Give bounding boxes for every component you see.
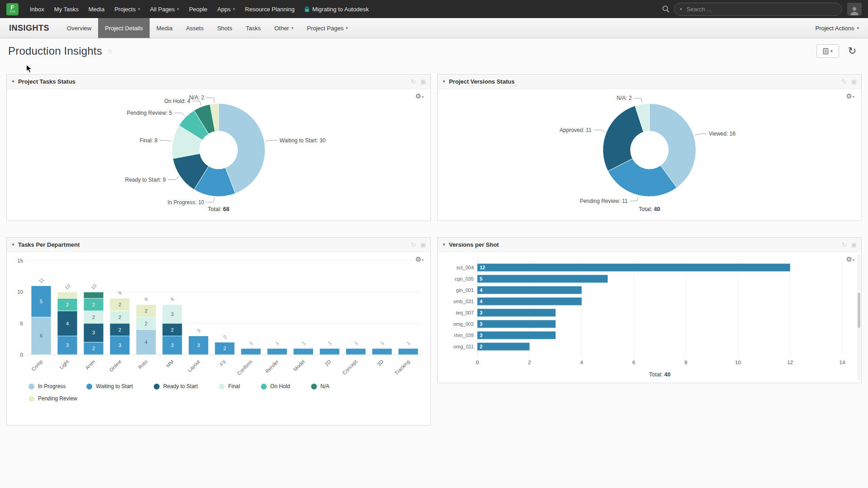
favorite-star-icon[interactable]: ☆ xyxy=(107,47,113,56)
category-label: Conform xyxy=(236,359,253,376)
slice-callout-line xyxy=(168,177,179,180)
tabs: OverviewProject DetailsMediaAssetsShotsT… xyxy=(60,18,354,38)
panel-widget-icon[interactable]: ▣ xyxy=(420,78,426,85)
panel-refresh-icon[interactable]: ↻ xyxy=(842,241,847,248)
topnav-items: InboxMy TasksMediaProjects▾All Pages▾Peo… xyxy=(25,0,300,18)
bar-segment-pending-review[interactable] xyxy=(57,292,77,298)
bar-omg-011[interactable] xyxy=(477,343,529,351)
collapse-triangle-icon[interactable]: ▼ xyxy=(442,243,446,247)
chart-settings-gear[interactable]: ⚙ ▾ xyxy=(846,255,854,263)
bar-omg-002[interactable] xyxy=(477,320,556,328)
tab-tasks[interactable]: Tasks xyxy=(239,18,268,38)
nav-item-resource-planning[interactable]: Resource Planning xyxy=(240,0,300,18)
nav-item-projects[interactable]: Projects▾ xyxy=(109,0,145,18)
segment-value-label: 2 xyxy=(171,327,174,333)
tab-label: Project Details xyxy=(105,25,143,32)
legend-item-ready-to-start[interactable]: Ready to Start xyxy=(154,383,198,389)
legend-color-chip xyxy=(219,384,225,389)
migrating-to-autodesk-link[interactable]: Migrating to Autodesk xyxy=(304,6,369,13)
right-column: ▼ Project Versions Status ↻ ▣ ⚙ ▾ Viewed… xyxy=(437,74,862,426)
tab-project-pages[interactable]: Project Pages▾ xyxy=(300,18,354,38)
search-input[interactable] xyxy=(686,5,836,13)
bar-segment-waiting-to-start[interactable] xyxy=(398,348,418,355)
nav-item-media[interactable]: Media xyxy=(84,0,109,18)
migrating-label: Migrating to Autodesk xyxy=(312,6,369,13)
panel-widget-icon[interactable]: ▣ xyxy=(420,241,426,248)
tab-shots[interactable]: Shots xyxy=(210,18,239,38)
tab-project-details[interactable]: Project Details xyxy=(98,18,150,38)
chart-legend: In ProgressWaiting to StartReady to Star… xyxy=(28,383,390,402)
panel-project-versions-status: ▼ Project Versions Status ↻ ▣ ⚙ ▾ Viewed… xyxy=(437,74,862,221)
project-actions-button[interactable]: Project Actions ▾ xyxy=(815,25,859,32)
panel-refresh-icon[interactable]: ↻ xyxy=(411,78,416,85)
bar-gin-001[interactable] xyxy=(477,286,582,294)
project-name[interactable]: INSIGHTS xyxy=(5,23,54,33)
collapse-triangle-icon[interactable]: ▼ xyxy=(11,80,15,84)
tab-other[interactable]: Other▾ xyxy=(268,18,300,38)
document-icon xyxy=(823,48,829,55)
chart-settings-gear[interactable]: ⚙ ▾ xyxy=(415,92,424,100)
search-scope-chevron-icon[interactable]: ▾ xyxy=(680,7,682,11)
chevron-down-icon: ▾ xyxy=(422,258,424,262)
nav-item-people[interactable]: People xyxy=(184,0,212,18)
panel-widget-icon[interactable]: ▣ xyxy=(851,78,857,85)
bar-sct-004[interactable] xyxy=(477,264,790,272)
panel-refresh-icon[interactable]: ↻ xyxy=(411,241,416,248)
bar-value-label: 3 xyxy=(480,310,482,315)
collapse-triangle-icon[interactable]: ▼ xyxy=(442,80,446,84)
bar-segment-waiting-to-start[interactable] xyxy=(293,348,313,355)
bar-segment-waiting-to-start[interactable] xyxy=(320,348,340,355)
bar-smb-031[interactable] xyxy=(477,298,582,305)
nav-item-apps[interactable]: Apps▾ xyxy=(212,0,240,18)
nav-item-my-tasks[interactable]: My Tasks xyxy=(49,0,84,18)
search-icon[interactable] xyxy=(662,5,670,13)
bar-segment-waiting-to-start[interactable] xyxy=(267,348,287,355)
bar-segment-waiting-to-start[interactable] xyxy=(346,348,366,355)
legend-label: Waiting to Start xyxy=(96,383,133,389)
bar-rhm-039[interactable] xyxy=(477,332,556,339)
y-tick-label: 10 xyxy=(17,289,23,295)
bar-segment-n-a[interactable] xyxy=(84,292,104,298)
chart-settings-gear[interactable]: ⚙ ▾ xyxy=(415,255,424,263)
app-logo[interactable]: F PTR xyxy=(6,3,19,15)
collapse-triangle-icon[interactable]: ▼ xyxy=(11,243,15,247)
tab-assets[interactable]: Assets xyxy=(179,18,210,38)
x-tick-label: 2 xyxy=(528,360,531,365)
tab-media[interactable]: Media xyxy=(150,18,179,38)
bar-cgn-035[interactable] xyxy=(477,275,608,283)
legend-item-in-progress[interactable]: In Progress xyxy=(28,383,66,389)
legend-item-on-hold[interactable]: On Hold xyxy=(261,383,290,389)
panel-tasks-per-department: ▼ Tasks Per Department ↻ ▣ ⚙ ▾ 051015651… xyxy=(6,237,431,426)
export-button[interactable]: ▾ xyxy=(816,44,839,58)
chevron-down-icon: ▾ xyxy=(138,7,140,11)
nav-item-label: Resource Planning xyxy=(245,6,295,13)
legend-item-final[interactable]: Final xyxy=(219,383,240,389)
slice-callout-line xyxy=(634,98,642,103)
legend-item-waiting-to-start[interactable]: Waiting to Start xyxy=(86,383,133,389)
user-avatar[interactable] xyxy=(847,3,862,15)
legend-color-chip xyxy=(28,384,34,389)
scrollbar-thumb[interactable] xyxy=(858,293,860,328)
panel-project-tasks-status: ▼ Project Tasks Status ↻ ▣ ⚙ ▾ Waiting t… xyxy=(6,74,431,221)
bar-value-label: 5 xyxy=(480,276,482,282)
bar-teq-007[interactable] xyxy=(477,309,556,317)
search-box[interactable]: ▾ xyxy=(674,3,842,16)
gear-icon: ⚙ xyxy=(846,92,852,100)
legend-item-pending-review[interactable]: Pending Review xyxy=(28,395,77,402)
panel-refresh-icon[interactable]: ↻ xyxy=(842,78,847,85)
legend-label: Final xyxy=(228,383,240,389)
nav-item-all-pages[interactable]: All Pages▾ xyxy=(145,0,184,18)
bar-segment-waiting-to-start[interactable] xyxy=(241,348,261,355)
legend-item-n-a[interactable]: N/A xyxy=(311,383,330,389)
chart-settings-gear[interactable]: ⚙ ▾ xyxy=(846,92,854,100)
bar-total-label: 11 xyxy=(38,277,45,284)
gear-icon: ⚙ xyxy=(415,92,421,100)
donut-slice-approved[interactable] xyxy=(603,106,644,171)
vertical-scrollbar[interactable] xyxy=(857,254,861,381)
segment-value-label: 2 xyxy=(118,327,121,333)
refresh-page-button[interactable]: ↻ xyxy=(844,44,860,58)
panel-widget-icon[interactable]: ▣ xyxy=(851,241,857,248)
nav-item-inbox[interactable]: Inbox xyxy=(25,0,49,18)
tab-overview[interactable]: Overview xyxy=(60,18,98,38)
bar-segment-waiting-to-start[interactable] xyxy=(372,348,392,355)
